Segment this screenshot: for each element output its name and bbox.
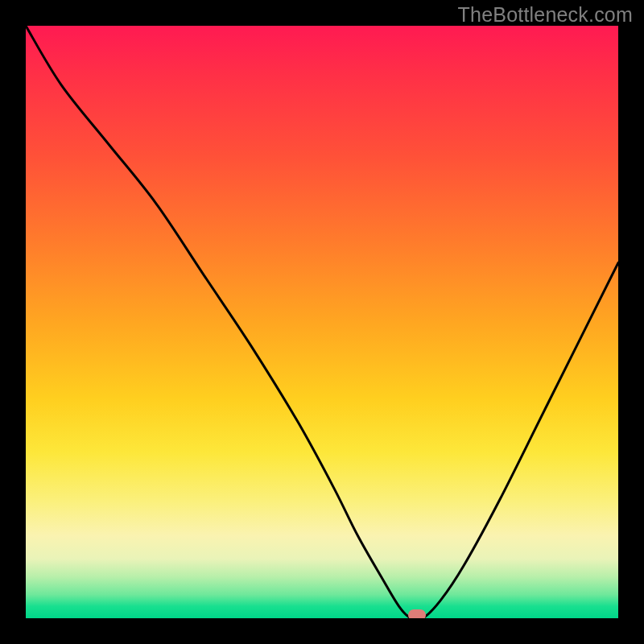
bottleneck-curve [26,26,618,618]
watermark-text: TheBottleneck.com [458,3,633,27]
optimal-point-marker [408,609,426,618]
chart-frame: TheBottleneck.com [0,0,644,644]
plot-area [26,26,618,618]
